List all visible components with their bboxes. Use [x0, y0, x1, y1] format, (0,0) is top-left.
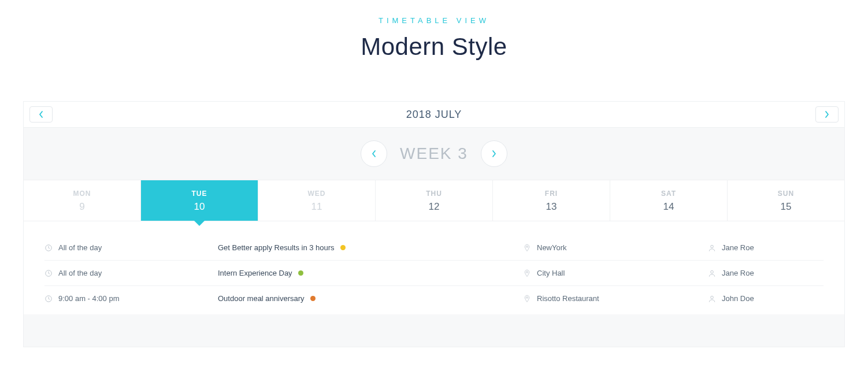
- event-time-cell: All of the day: [44, 269, 218, 277]
- event-person: Jane Roe: [722, 269, 754, 277]
- event-color-dot: [340, 245, 346, 250]
- events-list: All of the dayGet Better apply Results i…: [24, 221, 844, 314]
- month-label: 2018 JULY: [53, 109, 815, 121]
- day-name: WED: [258, 190, 375, 198]
- day-cell-tue[interactable]: TUE10: [141, 180, 258, 221]
- chevron-left-icon: [371, 149, 377, 158]
- day-number: 12: [376, 201, 492, 213]
- month-navigation-row: 2018 JULY: [24, 102, 844, 128]
- event-location-cell: City Hall: [523, 269, 708, 277]
- next-month-button[interactable]: [815, 106, 839, 123]
- timetable-container: 2018 JULY WEEK 3 MON9TUE10WED11THU12FRI1…: [23, 101, 845, 347]
- day-name: SAT: [610, 190, 727, 198]
- clock-icon: [44, 295, 53, 303]
- event-row[interactable]: All of the dayGet Better apply Results i…: [44, 235, 824, 261]
- page-eyebrow: TIMETABLE VIEW: [23, 16, 845, 25]
- svg-point-5: [711, 270, 714, 273]
- svg-point-4: [526, 271, 528, 273]
- user-icon: [708, 244, 716, 252]
- day-cell-wed[interactable]: WED11: [258, 180, 376, 221]
- svg-point-2: [711, 245, 714, 248]
- user-icon: [708, 295, 716, 303]
- event-person-cell: Jane Roe: [708, 269, 824, 277]
- prev-week-button[interactable]: [361, 140, 387, 167]
- event-time: 9:00 am - 4:00 pm: [58, 294, 120, 303]
- location-pin-icon: [523, 295, 531, 303]
- event-color-dot: [310, 296, 316, 301]
- event-person: John Doe: [722, 294, 754, 303]
- day-cell-sat[interactable]: SAT14: [610, 180, 728, 221]
- svg-point-8: [711, 296, 714, 299]
- event-location: NewYork: [537, 243, 567, 252]
- location-pin-icon: [523, 244, 531, 252]
- day-number: 10: [141, 201, 258, 213]
- svg-point-1: [526, 246, 528, 247]
- day-cell-fri[interactable]: FRI13: [493, 180, 610, 221]
- event-time: All of the day: [58, 243, 102, 252]
- event-row[interactable]: 9:00 am - 4:00 pmOutdoor meal anniversar…: [44, 286, 824, 311]
- location-pin-icon: [523, 269, 531, 277]
- user-icon: [708, 269, 716, 277]
- event-title: Outdoor meal anniversary: [218, 294, 305, 303]
- event-row[interactable]: All of the dayIntern Experience DayCity …: [44, 261, 824, 286]
- svg-point-7: [526, 296, 528, 298]
- event-location-cell: NewYork: [523, 243, 708, 252]
- event-title: Get Better apply Results in 3 hours: [218, 243, 335, 252]
- day-name: SUN: [728, 190, 844, 198]
- event-title-cell: Get Better apply Results in 3 hours: [218, 243, 523, 252]
- chevron-left-icon: [38, 110, 44, 118]
- event-time-cell: All of the day: [44, 243, 218, 252]
- event-color-dot: [298, 270, 303, 276]
- clock-icon: [44, 244, 53, 252]
- day-name: THU: [376, 190, 492, 198]
- event-person-cell: John Doe: [708, 294, 824, 303]
- week-navigation-row: WEEK 3: [24, 128, 844, 180]
- day-name: FRI: [493, 190, 610, 198]
- event-time-cell: 9:00 am - 4:00 pm: [44, 294, 218, 303]
- next-week-button[interactable]: [481, 140, 507, 167]
- event-title: Intern Experience Day: [218, 269, 292, 277]
- chevron-right-icon: [824, 110, 830, 118]
- day-number: 14: [610, 201, 727, 213]
- day-number: 15: [728, 201, 844, 213]
- days-row: MON9TUE10WED11THU12FRI13SAT14SUN15: [24, 180, 844, 221]
- week-label: WEEK 3: [400, 144, 468, 163]
- day-number: 13: [493, 201, 610, 213]
- event-title-cell: Outdoor meal anniversary: [218, 294, 523, 303]
- day-cell-sun[interactable]: SUN15: [728, 180, 844, 221]
- day-name: TUE: [141, 190, 258, 198]
- day-cell-mon[interactable]: MON9: [24, 180, 141, 221]
- day-number: 11: [258, 201, 375, 213]
- day-cell-thu[interactable]: THU12: [376, 180, 493, 221]
- event-person-cell: Jane Roe: [708, 243, 824, 252]
- prev-month-button[interactable]: [29, 106, 53, 123]
- event-title-cell: Intern Experience Day: [218, 269, 523, 277]
- event-location: City Hall: [537, 269, 565, 277]
- day-number: 9: [24, 201, 140, 213]
- event-location-cell: Risotto Restaurant: [523, 294, 708, 303]
- clock-icon: [44, 269, 53, 277]
- day-name: MON: [24, 190, 140, 198]
- event-location: Risotto Restaurant: [537, 294, 599, 303]
- timetable-footer-band: [24, 314, 844, 347]
- page-title: Modern Style: [23, 33, 845, 61]
- event-person: Jane Roe: [722, 243, 754, 252]
- event-time: All of the day: [58, 269, 102, 277]
- chevron-right-icon: [491, 149, 497, 158]
